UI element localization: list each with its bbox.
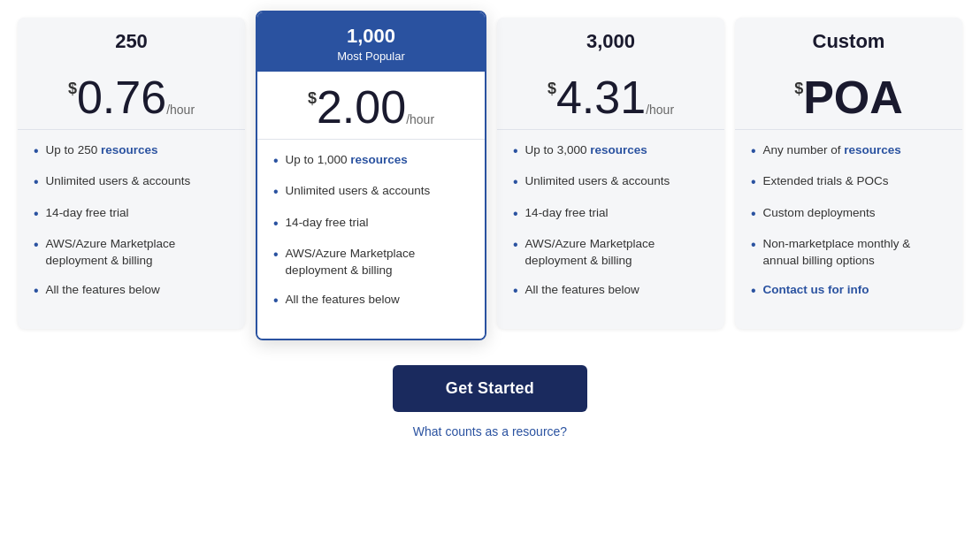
bullet-icon: • <box>751 141 756 161</box>
price-amount-1000: 2.00 <box>317 84 406 130</box>
feature-contact-custom: • Contact us for info <box>751 282 946 301</box>
price-unit-250: /hour <box>166 103 195 117</box>
resources-link-1000[interactable]: resources <box>350 153 408 166</box>
bullet-icon: • <box>273 214 279 233</box>
feature-all-3000: • All the features below <box>513 282 708 301</box>
bullet-icon: • <box>273 291 279 310</box>
bullet-icon: • <box>273 182 279 202</box>
price-poa-custom: POA <box>803 74 903 120</box>
bullet-icon: • <box>513 204 518 224</box>
resources-link-250[interactable]: resources <box>101 143 158 156</box>
feature-users-3000: • Unlimited users & accounts <box>513 173 708 192</box>
bullet-icon: • <box>273 151 279 171</box>
feature-trial-1000: • 14-day free trial <box>273 215 469 233</box>
bullet-icon: • <box>513 235 518 255</box>
plan-price-1000: $ 2.00 /hour <box>257 72 485 140</box>
plan-header-3000: 3,000 <box>497 18 724 62</box>
feature-all-1000: • All the features below <box>273 292 469 310</box>
price-amount-3000: 4.31 <box>556 74 646 120</box>
feature-trial-250: • 14-day free trial <box>34 205 229 224</box>
resources-link-custom[interactable]: resources <box>844 143 901 156</box>
plan-price-custom: $ POA <box>735 62 962 130</box>
feature-resources-1000: • Up to 1,000 resources <box>273 152 469 171</box>
bullet-icon: • <box>513 172 518 192</box>
plan-price-250: $ 0.76 /hour <box>18 62 245 130</box>
bullet-icon: • <box>751 235 756 255</box>
plan-price-3000: $ 4.31 /hour <box>497 62 724 130</box>
feature-users-1000: • Unlimited users & accounts <box>273 183 469 202</box>
bullet-icon: • <box>34 172 39 192</box>
price-amount-250: 0.76 <box>77 74 166 120</box>
price-dollar-custom: $ <box>794 80 803 98</box>
bottom-section: Get Started What counts as a resource? <box>393 365 587 439</box>
price-dollar-1000: $ <box>308 89 317 108</box>
bullet-icon: • <box>513 141 518 161</box>
plan-card-1000: 1,000 Most Popular $ 2.00 /hour • Up to … <box>256 11 486 340</box>
plan-card-3000: 3,000 $ 4.31 /hour • Up to 3,000 resourc… <box>497 18 724 329</box>
feature-trials-custom: • Extended trials & POCs <box>751 173 946 192</box>
plan-title-1000: 1,000 <box>272 25 471 48</box>
bullet-icon: • <box>34 235 39 255</box>
feature-deployments-custom: • Custom deployments <box>751 205 946 224</box>
bullet-icon: • <box>34 281 39 301</box>
plan-features-3000: • Up to 3,000 resources • Unlimited user… <box>497 130 724 329</box>
plan-header-custom: Custom <box>735 18 962 62</box>
feature-marketplace-250: • AWS/Azure Marketplace deployment & bil… <box>34 236 229 270</box>
plan-subtitle-1000: Most Popular <box>272 50 471 63</box>
plan-title-3000: 3,000 <box>511 30 710 53</box>
bullet-icon: • <box>751 281 756 301</box>
plan-title-250: 250 <box>32 30 231 53</box>
plan-header-1000: 1,000 Most Popular <box>257 12 485 72</box>
bullet-icon: • <box>273 245 279 264</box>
feature-resources-250: • Up to 250 resources <box>34 142 229 161</box>
bullet-icon: • <box>34 141 39 161</box>
price-unit-3000: /hour <box>646 103 674 117</box>
contact-us-link[interactable]: Contact us for info <box>763 282 869 299</box>
feature-resources-3000: • Up to 3,000 resources <box>513 142 708 161</box>
feature-all-250: • All the features below <box>34 282 229 301</box>
plan-features-1000: • Up to 1,000 resources • Unlimited user… <box>257 140 485 339</box>
bullet-icon: • <box>513 281 518 301</box>
plan-title-custom: Custom <box>749 30 948 53</box>
resource-faq-link[interactable]: What counts as a resource? <box>413 424 567 439</box>
plan-card-250: 250 $ 0.76 /hour • Up to 250 resources •… <box>18 18 245 329</box>
feature-billing-custom: • Non-marketplace monthly & annual billi… <box>751 236 946 270</box>
bullet-icon: • <box>34 204 39 224</box>
plan-card-custom: Custom $ POA • Any number of resources •… <box>735 18 962 329</box>
feature-resources-custom: • Any number of resources <box>751 142 946 161</box>
pricing-cards: 250 $ 0.76 /hour • Up to 250 resources •… <box>18 18 962 340</box>
get-started-button[interactable]: Get Started <box>393 365 587 412</box>
feature-users-250: • Unlimited users & accounts <box>34 173 229 192</box>
bullet-icon: • <box>751 204 756 224</box>
feature-trial-3000: • 14-day free trial <box>513 205 708 224</box>
price-dollar-250: $ <box>68 80 77 98</box>
bullet-icon: • <box>751 172 756 192</box>
plan-header-250: 250 <box>18 18 245 62</box>
price-dollar-3000: $ <box>547 80 556 98</box>
plan-features-custom: • Any number of resources • Extended tri… <box>735 130 962 329</box>
feature-marketplace-1000: • AWS/Azure Marketplace deployment & bil… <box>273 246 469 279</box>
plan-features-250: • Up to 250 resources • Unlimited users … <box>18 130 245 329</box>
resources-link-3000[interactable]: resources <box>590 143 647 156</box>
feature-marketplace-3000: • AWS/Azure Marketplace deployment & bil… <box>513 236 708 270</box>
price-unit-1000: /hour <box>406 112 434 126</box>
